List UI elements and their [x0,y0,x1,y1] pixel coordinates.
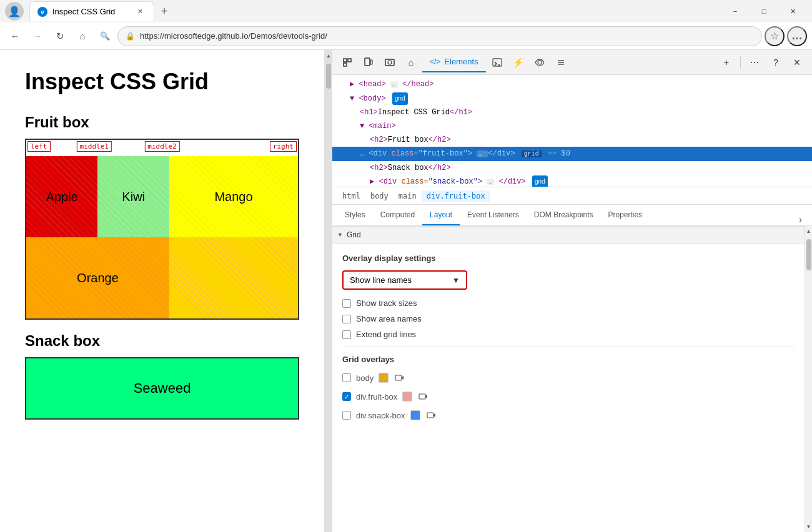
inspect-btn[interactable] [337,52,357,72]
checkbox-track-sizes[interactable]: Show track sizes [342,298,795,308]
refresh-btn[interactable]: ↻ [50,26,70,46]
svg-rect-16 [419,394,425,399]
overlay-settings-title: Overlay display settings [342,254,795,263]
checkbox-area-names[interactable]: Show area names [342,314,795,323]
html-line-main[interactable]: ▼ <main> [332,119,812,133]
page-content: Inspect CSS Grid Fruit box left middle1 … [0,50,325,532]
tab-close-btn[interactable]: ✕ [135,6,146,17]
html-line-body[interactable]: ▼ <body> grid [332,92,812,106]
new-tab-btn[interactable]: + [154,1,174,21]
overlay-snack-row: div.snack-box [342,409,795,421]
back-btn[interactable]: ← [5,26,25,46]
dt-help-btn[interactable]: ? [766,52,786,72]
overlay-body-checkbox[interactable] [342,373,351,382]
settings-divider [342,347,795,347]
dt-more-btn[interactable]: ⋯ [745,52,765,72]
breadcrumb-main[interactable]: main [394,190,422,202]
tab-computed[interactable]: Computed [373,205,422,225]
tab-styles[interactable]: Styles [337,205,373,225]
home-dt-btn[interactable]: ⌂ [401,52,421,72]
html-line-div-fruit[interactable]: … <div class="fruit-box"> … </div> grid … [332,147,812,161]
checkbox-area-names-input[interactable] [342,315,351,323]
html-line-head[interactable]: ▶ <head> … </head> [332,77,812,92]
overlay-body-label: body [356,373,374,383]
overlay-fruit-label: div.fruit-box [356,392,397,401]
active-tab[interactable]: e Inspect CSS Grid ✕ [29,1,154,21]
dt-close-btn[interactable]: ✕ [787,52,807,72]
dropdown-value: Show line names [350,275,412,285]
svg-point-6 [388,61,392,64]
dropdown-arrow-icon: ▼ [452,276,460,285]
overlay-body-btn[interactable] [394,372,406,384]
html-line-h1[interactable]: <h1>Inspect CSS Grid</h1> [332,106,812,119]
profile-icon[interactable]: 👤 [5,2,24,21]
grid-section-header[interactable]: ▼ Grid [332,226,805,244]
breadcrumb-bar: html body main div.fruit-box [332,187,812,205]
more-btn[interactable]: … [787,26,807,46]
add-tab-btn[interactable]: + [716,52,736,72]
performance-btn[interactable]: ⚡ [508,52,528,72]
breadcrumb-html[interactable]: html [337,190,365,202]
tab-properties[interactable]: Properties [601,205,650,225]
scroll-up-arrow[interactable]: ▲ [325,50,332,61]
maximize-btn[interactable]: □ [750,1,778,21]
snack-box-title: Snack box [25,332,299,350]
html-line-h2-snack[interactable]: <h2>Snack box</h2> [332,161,812,175]
overlay-snack-btn[interactable] [425,409,438,421]
minimize-btn[interactable]: − [721,1,750,21]
cell-apple: Apple [26,156,97,237]
html-line-div-snack[interactable]: ▶ <div class="snack-box"> … </div> grid [332,175,812,187]
overlay-fruit-row: div.fruit-box [342,390,795,403]
breadcrumb-body[interactable]: body [365,190,394,202]
device-btn[interactable] [359,52,379,72]
panel-tab-more[interactable]: › [794,214,807,225]
network-btn[interactable] [530,52,550,72]
svg-rect-17 [427,413,433,418]
panel-tabs-bar: Styles Computed Layout Event Listeners D… [332,205,812,226]
close-btn[interactable]: ✕ [778,1,807,21]
address-bar[interactable]: 🔒 https://microsoftedge.github.io/Demos/… [117,26,762,46]
label-left: left [27,141,51,152]
console-icon-btn[interactable] [487,52,507,72]
favorite-btn[interactable]: ☆ [765,26,785,46]
settings-btn2[interactable] [551,52,571,72]
right-scrollbar[interactable]: ▲ ▼ [805,226,812,532]
checkbox-extend-lines[interactable]: Extend grid lines [342,330,795,339]
tab-bar: e Inspect CSS Grid ✕ + [29,1,716,21]
window-controls: − □ ✕ [721,1,807,21]
overlays-title: Grid overlays [342,355,795,364]
scroll-down[interactable]: ▼ [806,521,811,532]
right-scroll-thumb[interactable] [806,239,811,270]
tab-layout[interactable]: Layout [422,205,460,225]
devtools-panel: ⌂ </> Elements ⚡ [332,50,812,532]
home-btn[interactable]: ⌂ [72,26,92,46]
screenshot-btn[interactable] [380,52,400,72]
cell-kiwi: Kiwi [97,156,169,237]
dt-separator [740,56,741,69]
html-line-h2-fruit[interactable]: <h2>Fruit box</h2> [332,133,812,147]
line-names-dropdown[interactable]: Show line names ▼ [342,270,467,290]
overlay-snack-checkbox[interactable] [342,411,351,420]
overlay-snack-label: div.snack-box [356,411,405,420]
scroll-up[interactable]: ▲ [806,226,811,237]
devtools-toolbar: ⌂ </> Elements ⚡ [332,50,812,75]
nav-bar: ← → ↻ ⌂ 🔍 🔒 https://microsoftedge.github… [0,22,812,50]
snack-grid: Seaweed [25,357,299,420]
checkbox-track-sizes-input[interactable] [342,299,351,308]
devtools-left-scrollbar[interactable]: ▲ [325,50,332,532]
breadcrumb-div-fruit[interactable]: div.fruit-box [422,190,490,202]
search-btn[interactable]: 🔍 [95,26,115,46]
checkbox-extend-lines-input[interactable] [342,330,351,339]
scroll-thumb[interactable] [326,64,331,89]
tab-event-listeners[interactable]: Event Listeners [460,205,527,225]
page-title: Inspect CSS Grid [25,69,299,95]
overlay-fruit-btn[interactable] [417,390,430,403]
grid-section-content: Overlay display settings Show line names… [332,244,805,438]
forward-btn[interactable]: → [27,26,47,46]
tab-dom-breakpoints[interactable]: DOM Breakpoints [527,205,601,225]
svg-rect-4 [370,60,372,64]
label-middle1: middle1 [77,141,112,152]
svg-rect-3 [365,58,370,66]
tab-elements[interactable]: </> Elements [422,52,486,72]
overlay-fruit-checkbox[interactable] [342,392,351,401]
